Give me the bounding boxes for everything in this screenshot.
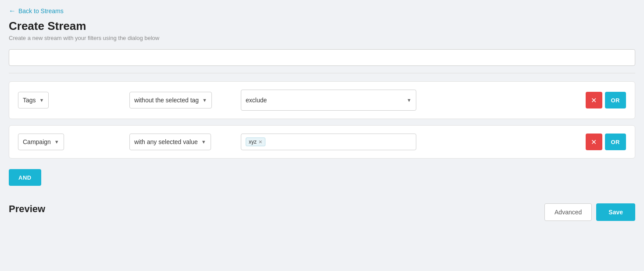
filter-1-condition-chevron: ▼ bbox=[202, 98, 207, 103]
preview-title: Preview bbox=[9, 203, 45, 215]
filter-2-condition-wrapper: with any selected value ▼ bbox=[129, 134, 235, 150]
back-link-label: Back to Streams bbox=[18, 7, 64, 14]
bottom-section: Preview Advanced Save bbox=[9, 199, 635, 221]
section-divider bbox=[9, 73, 635, 73]
filter-2-tag-chip: xyz ✕ bbox=[246, 137, 265, 146]
filter-1-condition-select[interactable]: without the selected tag ▼ bbox=[129, 92, 212, 108]
filter-1-value-chevron: ▼ bbox=[407, 98, 411, 103]
and-button-wrapper: AND bbox=[9, 165, 635, 199]
filter-2-or-button[interactable]: OR bbox=[605, 134, 626, 150]
filter-1-condition-wrapper: without the selected tag ▼ bbox=[129, 92, 235, 108]
back-arrow-icon: ← bbox=[9, 7, 16, 15]
page-title: Create Stream bbox=[9, 19, 635, 33]
filter-1-remove-icon: ✕ bbox=[591, 96, 597, 105]
filter-1-or-button[interactable]: OR bbox=[605, 92, 626, 108]
advanced-button[interactable]: Advanced bbox=[544, 203, 592, 221]
save-button[interactable]: Save bbox=[596, 203, 635, 221]
back-to-streams-link[interactable]: ← Back to Streams bbox=[9, 7, 64, 15]
filter-1-condition-label: without the selected tag bbox=[134, 97, 199, 104]
filter-1-field-wrapper: Tags ▼ bbox=[18, 92, 123, 108]
save-button-label: Save bbox=[608, 209, 623, 216]
filter-2-actions: ✕ OR bbox=[586, 134, 626, 150]
stream-name-input[interactable] bbox=[9, 49, 635, 66]
page-subtitle: Create a new stream with your filters us… bbox=[9, 35, 635, 41]
bottom-actions: Advanced Save bbox=[544, 203, 635, 221]
filter-row-2: Campaign ▼ with any selected value ▼ xyz… bbox=[9, 125, 635, 159]
filter-2-condition-select[interactable]: with any selected value ▼ bbox=[129, 134, 211, 150]
filter-2-field-label: Campaign bbox=[23, 138, 51, 145]
filter-1-value-box[interactable]: exclude ▼ bbox=[241, 90, 416, 111]
filter-1-value-select[interactable]: exclude ▼ bbox=[246, 92, 411, 108]
filter-2-remove-icon: ✕ bbox=[591, 138, 597, 146]
filter-1-actions: ✕ OR bbox=[586, 92, 626, 108]
filter-2-field-chevron: ▼ bbox=[54, 139, 59, 145]
and-button-label: AND bbox=[18, 174, 32, 181]
and-button[interactable]: AND bbox=[9, 169, 41, 186]
filter-2-remove-button[interactable]: ✕ bbox=[586, 134, 602, 150]
filter-row-1: Tags ▼ without the selected tag ▼ exclud… bbox=[9, 81, 635, 119]
preview-section: Preview bbox=[9, 203, 45, 215]
filter-1-field-chevron: ▼ bbox=[39, 98, 44, 103]
filter-2-tag-text: xyz bbox=[249, 139, 257, 145]
page-wrapper: ← Back to Streams Create Stream Create a… bbox=[0, 0, 644, 228]
filter-2-or-label: OR bbox=[611, 139, 620, 145]
filter-1-field-select[interactable]: Tags ▼ bbox=[18, 92, 49, 108]
filter-1-value-label: exclude bbox=[246, 97, 267, 104]
filter-2-field-select[interactable]: Campaign ▼ bbox=[18, 134, 64, 150]
filter-2-value-box[interactable]: xyz ✕ bbox=[241, 134, 416, 150]
advanced-button-label: Advanced bbox=[555, 209, 582, 216]
filter-1-remove-button[interactable]: ✕ bbox=[586, 92, 602, 108]
filter-1-field-label: Tags bbox=[23, 97, 36, 104]
filter-2-field-wrapper: Campaign ▼ bbox=[18, 134, 123, 150]
filter-2-condition-chevron: ▼ bbox=[201, 139, 206, 145]
filter-2-tag-remove[interactable]: ✕ bbox=[258, 140, 262, 145]
filter-1-or-label: OR bbox=[611, 97, 620, 104]
filter-2-condition-label: with any selected value bbox=[134, 138, 198, 145]
